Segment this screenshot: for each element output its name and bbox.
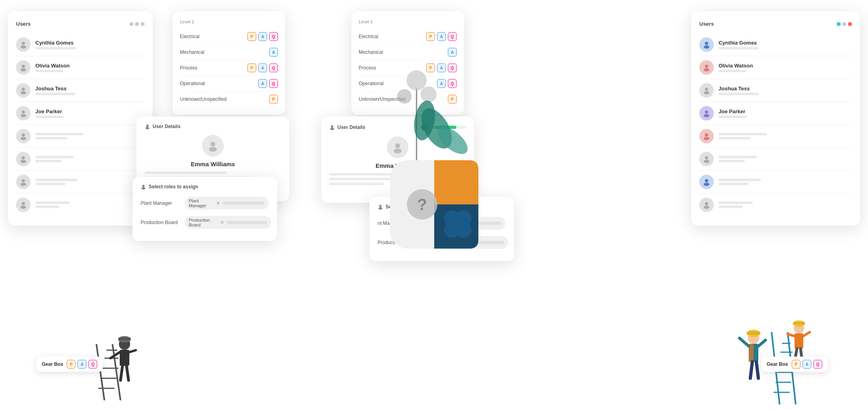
svg-point-24 (331, 125, 333, 128)
badge-a: A (437, 32, 446, 41)
users-card-right: Users Cynthia Gomes Olivia Watson (691, 11, 860, 226)
svg-point-0 (22, 42, 25, 45)
users-card-left-header: Users (16, 21, 145, 27)
svg-point-42 (705, 110, 708, 114)
user-details-header-left: User Details (145, 124, 281, 129)
users-list-right: Cynthia Gomes Olivia Watson Joshua Tess (699, 33, 852, 216)
avatar (699, 198, 714, 212)
svg-point-50 (705, 202, 708, 205)
user-bar (35, 116, 63, 118)
avatar (16, 60, 31, 75)
level-name: Mechanical (359, 49, 447, 55)
svg-point-16 (146, 124, 149, 127)
badge-p: P (269, 95, 278, 104)
svg-point-58 (455, 222, 472, 238)
user-row[interactable]: Joshua Tess (16, 79, 145, 102)
svg-point-1 (20, 45, 26, 49)
user-row[interactable] (16, 171, 145, 194)
avatar (699, 152, 714, 166)
level-name: Electrical (180, 34, 246, 39)
badge-q: Q (88, 360, 97, 369)
user-row[interactable] (16, 194, 145, 216)
user-info: Joshua Tess (719, 86, 852, 95)
user-bar (719, 156, 757, 158)
user-info: Joe Parker (719, 108, 852, 118)
role-tag[interactable]: Plant Manager ✕ (185, 197, 268, 210)
level-row: Mechanical A (180, 45, 278, 60)
user-bar (35, 202, 69, 204)
user-name: Joshua Tess (719, 86, 852, 92)
mascot-icon: ? (390, 160, 478, 249)
svg-rect-78 (120, 350, 129, 366)
svg-line-99 (756, 362, 758, 378)
dot-2 (135, 22, 139, 26)
role-tag-remove[interactable]: ✕ (220, 220, 224, 225)
level-row: Unknown/Unspecified P (180, 92, 278, 107)
user-row[interactable]: Joe Parker (16, 102, 145, 125)
svg-point-4 (22, 88, 25, 91)
role-tag[interactable]: Production Board ✕ (185, 216, 271, 229)
user-info (719, 179, 852, 185)
user-info (35, 156, 145, 162)
svg-point-15 (20, 206, 26, 209)
level-row: Electrical P A Q (359, 29, 457, 45)
level-card-right: Level 1 Electrical P A Q Mechanical A Pr… (351, 11, 464, 115)
user-bar (35, 183, 65, 185)
svg-point-41 (704, 91, 709, 94)
badge-q: Q (448, 63, 457, 72)
badge-p: P (67, 360, 76, 369)
user-row[interactable]: Joshua Tess (699, 79, 852, 102)
user-bar (35, 133, 84, 135)
svg-point-46 (705, 156, 708, 159)
badge-a: A (258, 32, 267, 41)
user-info (719, 133, 852, 139)
user-bar (719, 93, 759, 95)
badge-q: Q (448, 32, 457, 41)
users-list-left: Cynthia Gomes Olivia Watson Joshua Tess (16, 33, 145, 216)
user-row[interactable]: Cynthia Gomes (16, 33, 145, 56)
svg-point-45 (704, 137, 709, 140)
user-bar (719, 137, 751, 139)
user-row[interactable] (699, 148, 852, 171)
svg-point-44 (705, 133, 708, 137)
dot-gray (842, 22, 846, 26)
user-row[interactable]: Joe Parker (699, 102, 852, 125)
svg-point-8 (22, 133, 25, 137)
avatar (16, 129, 31, 143)
avatar (699, 60, 714, 75)
level-name: Electrical (359, 34, 425, 39)
detail-bar (329, 183, 384, 185)
badge-p: P (792, 360, 801, 369)
user-row[interactable]: Olivia Watson (699, 56, 852, 79)
user-info (35, 179, 145, 185)
user-row[interactable]: Olivia Watson (16, 56, 145, 79)
svg-point-12 (22, 179, 25, 182)
svg-point-43 (704, 114, 709, 117)
svg-point-11 (20, 160, 26, 163)
user-name: Joe Parker (719, 108, 852, 114)
user-row[interactable] (16, 125, 145, 148)
svg-point-34 (379, 205, 382, 207)
gear-box-text-right: Gear Box (767, 361, 788, 367)
svg-point-37 (704, 45, 709, 49)
badge-a: A (448, 48, 457, 57)
role-tag-remove[interactable]: ✕ (216, 200, 220, 206)
user-row[interactable] (699, 125, 852, 148)
detail-bar (145, 171, 227, 174)
svg-text:?: ? (417, 196, 427, 213)
level-row: Process P A Q (359, 60, 457, 76)
user-row[interactable] (699, 171, 852, 194)
svg-point-51 (704, 206, 709, 209)
progress-bar-right (434, 126, 466, 129)
svg-point-35 (378, 207, 382, 210)
level-name: Mechanical (180, 49, 268, 55)
users-card-left: Users Cynthia Gomes Olivia Watson (8, 11, 153, 226)
user-row[interactable]: Cynthia Gomes (699, 33, 852, 56)
user-details-title-right: User Details (337, 124, 365, 130)
user-row[interactable] (699, 194, 852, 216)
mascot-container: ? (390, 160, 478, 250)
badge-q: Q (269, 32, 278, 41)
user-row[interactable] (16, 148, 145, 171)
user-name: Olivia Watson (35, 63, 145, 69)
svg-line-97 (758, 340, 766, 346)
